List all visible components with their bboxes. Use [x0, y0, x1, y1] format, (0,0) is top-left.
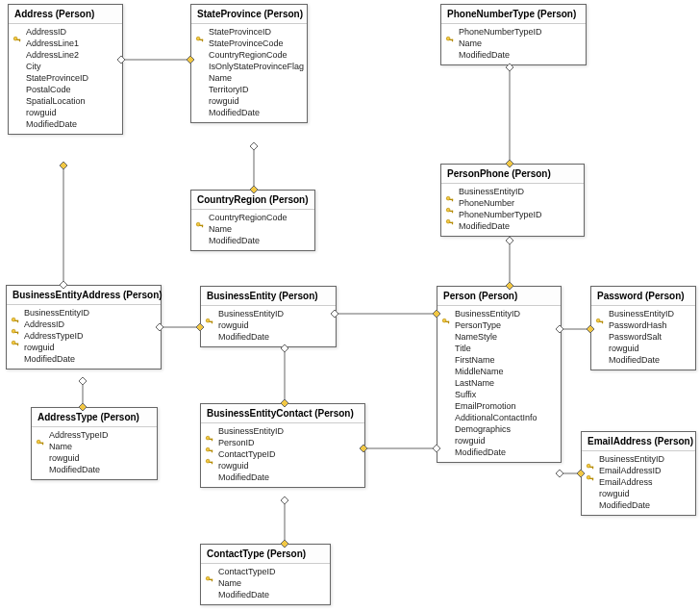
table-row[interactable]: PasswordHash — [591, 319, 695, 331]
table-row[interactable]: FirstName — [438, 354, 561, 366]
table-row[interactable]: AddressID — [7, 319, 161, 330]
entity-title: StateProvince (Person) — [191, 5, 307, 24]
table-row[interactable]: Name — [441, 38, 586, 49]
entity-business_entity[interactable]: BusinessEntity (Person)BusinessEntityIDr… — [200, 286, 337, 347]
field-label: City — [26, 62, 41, 71]
table-row[interactable]: AddressID — [9, 26, 122, 38]
field-label: rowguid — [609, 344, 639, 353]
table-row[interactable]: BusinessEntityID — [7, 307, 161, 319]
table-row[interactable]: rowguid — [438, 435, 561, 446]
table-row[interactable]: ModifiedDate — [438, 446, 561, 458]
table-row[interactable]: rowguid — [9, 107, 122, 118]
relationship-endpoint-icon — [250, 142, 258, 150]
table-row[interactable]: BusinessEntityID — [438, 308, 561, 319]
field-list: BusinessEntityIDAddressIDAddressTypeIDro… — [7, 305, 161, 369]
entity-country_region[interactable]: CountryRegion (Person)CountryRegionCodeN… — [190, 190, 315, 251]
table-row[interactable]: CountryRegionCode — [191, 212, 314, 223]
table-row[interactable]: AddressLine2 — [9, 49, 122, 61]
entity-contact_type[interactable]: ContactType (Person)ContactTypeIDNameMod… — [200, 544, 331, 605]
field-label: ModifiedDate — [459, 50, 510, 60]
table-row[interactable]: PasswordSalt — [591, 331, 695, 343]
table-row[interactable]: TerritoryID — [191, 84, 307, 95]
table-row[interactable]: ModifiedDate — [201, 472, 364, 483]
table-row[interactable]: EmailPromotion — [438, 400, 561, 412]
table-row[interactable]: AddressTypeID — [32, 429, 157, 441]
table-row[interactable]: ModifiedDate — [32, 464, 157, 475]
entity-password[interactable]: Password (Person)BusinessEntityIDPasswor… — [590, 286, 696, 370]
field-icon — [36, 453, 45, 463]
table-row[interactable]: Demographics — [438, 423, 561, 435]
entity-state_province[interactable]: StateProvince (Person)StateProvinceIDSta… — [190, 4, 308, 123]
entity-address_type[interactable]: AddressType (Person)AddressTypeIDNamerow… — [31, 407, 158, 480]
field-label: rowguid — [218, 461, 249, 471]
table-row[interactable]: BusinessEntityID — [201, 425, 364, 437]
table-row[interactable]: City — [9, 61, 122, 72]
table-row[interactable]: LastName — [438, 377, 561, 389]
field-label: rowguid — [49, 453, 80, 463]
table-row[interactable]: ModifiedDate — [7, 353, 161, 365]
table-row[interactable]: EmailAddressID — [582, 465, 695, 476]
entity-person_phone[interactable]: PersonPhone (Person)BusinessEntityIDPhon… — [440, 164, 585, 237]
table-row[interactable]: rowguid — [201, 460, 364, 472]
field-label: BusinessEntityID — [455, 309, 520, 319]
table-row[interactable]: MiddleName — [438, 366, 561, 377]
table-row[interactable]: StateProvinceCode — [191, 38, 307, 49]
table-row[interactable]: ModifiedDate — [191, 107, 307, 118]
table-row[interactable]: rowguid — [7, 342, 161, 353]
table-row[interactable]: ModifiedDate — [591, 354, 695, 366]
table-row[interactable]: StateProvinceID — [9, 72, 122, 84]
table-row[interactable]: rowguid — [32, 452, 157, 464]
table-row[interactable]: rowguid — [201, 319, 336, 331]
table-row[interactable]: BusinessEntityID — [582, 453, 695, 465]
table-row[interactable]: StateProvinceID — [191, 26, 307, 38]
field-icon — [595, 344, 605, 353]
table-row[interactable]: CountryRegionCode — [191, 49, 307, 61]
primary-key-icon — [195, 27, 205, 37]
table-row[interactable]: Name — [201, 577, 330, 589]
field-icon — [441, 344, 451, 353]
table-row[interactable]: SpatialLocation — [9, 95, 122, 107]
table-row[interactable]: AdditionalContactInfo — [438, 412, 561, 423]
table-row[interactable]: PhoneNumberTypeID — [441, 26, 586, 38]
table-row[interactable]: PhoneNumberTypeID — [441, 209, 584, 220]
table-row[interactable]: BusinessEntityID — [201, 308, 336, 319]
field-label: EmailPromotion — [455, 401, 516, 411]
table-row[interactable]: ModifiedDate — [441, 49, 586, 61]
table-row[interactable]: rowguid — [591, 343, 695, 354]
table-row[interactable]: ContactTypeID — [201, 566, 330, 577]
table-row[interactable]: Title — [438, 343, 561, 354]
table-row[interactable]: ModifiedDate — [9, 118, 122, 130]
entity-person[interactable]: Person (Person)BusinessEntityIDPersonTyp… — [437, 286, 562, 463]
table-row[interactable]: Suffix — [438, 389, 561, 400]
table-row[interactable]: rowguid — [582, 488, 695, 499]
table-row[interactable]: AddressTypeID — [7, 330, 161, 342]
table-row[interactable]: PhoneNumber — [441, 197, 584, 209]
table-row[interactable]: PostalCode — [9, 84, 122, 95]
entity-address[interactable]: Address (Person)AddressIDAddressLine1Add… — [8, 4, 123, 135]
table-row[interactable]: ModifiedDate — [582, 499, 695, 511]
entity-email_address[interactable]: EmailAddress (Person)BusinessEntityIDEma… — [581, 431, 696, 516]
entity-business_entity_contact[interactable]: BusinessEntityContact (Person)BusinessEn… — [200, 403, 365, 488]
table-row[interactable]: NameStyle — [438, 331, 561, 343]
table-row[interactable]: EmailAddress — [582, 476, 695, 488]
table-row[interactable]: rowguid — [191, 95, 307, 107]
table-row[interactable]: AddressLine1 — [9, 38, 122, 49]
table-row[interactable]: IsOnlyStateProvinceFlag — [191, 61, 307, 72]
table-row[interactable]: ModifiedDate — [191, 235, 314, 246]
table-row[interactable]: BusinessEntityID — [441, 186, 584, 197]
table-row[interactable]: Name — [191, 223, 314, 235]
field-label: BusinessEntityID — [459, 187, 524, 196]
table-row[interactable]: ModifiedDate — [201, 589, 330, 600]
field-label: AddressLine2 — [26, 50, 79, 60]
entity-business_entity_address[interactable]: BusinessEntityAddress (Person)BusinessEn… — [6, 285, 162, 370]
table-row[interactable]: BusinessEntityID — [591, 308, 695, 319]
entity-phone_number_type[interactable]: PhoneNumberType (Person)PhoneNumberTypeI… — [440, 4, 587, 65]
table-row[interactable]: ModifiedDate — [201, 331, 336, 343]
field-icon — [205, 332, 214, 342]
table-row[interactable]: Name — [191, 72, 307, 84]
table-row[interactable]: ModifiedDate — [441, 220, 584, 232]
table-row[interactable]: PersonType — [438, 319, 561, 331]
table-row[interactable]: PersonID — [201, 437, 364, 448]
table-row[interactable]: Name — [32, 441, 157, 452]
table-row[interactable]: ContactTypeID — [201, 448, 364, 460]
